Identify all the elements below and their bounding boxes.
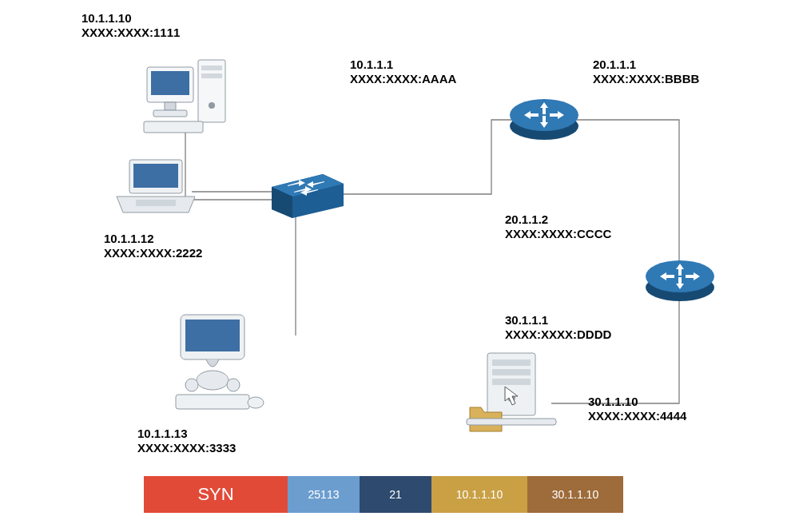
svg-rect-1 xyxy=(201,66,222,70)
ip: 20.1.1.2 xyxy=(505,212,548,226)
svg-point-14 xyxy=(197,371,229,390)
label-r1-lan: 10.1.1.1 XXXX:XXXX:AAAA xyxy=(350,58,456,86)
svg-rect-17 xyxy=(176,395,249,409)
packet-flag: SYN xyxy=(144,476,288,513)
ip: 30.1.1.10 xyxy=(588,395,638,408)
desktop-pc-1 xyxy=(142,56,238,139)
svg-rect-26 xyxy=(492,379,531,385)
svg-rect-8 xyxy=(144,121,203,133)
ip: 30.1.1.1 xyxy=(505,313,548,327)
label-r2-wan: 20.1.1.2 XXXX:XXXX:CCCC xyxy=(505,212,611,241)
svg-rect-24 xyxy=(492,359,531,366)
packet-dst-ip: 30.1.1.10 xyxy=(527,476,623,513)
packet-dst-port: 21 xyxy=(360,476,431,513)
svg-point-3 xyxy=(209,102,215,109)
mac: XXXX:XXXX:CCCC xyxy=(505,227,611,240)
svg-rect-6 xyxy=(165,102,176,110)
ip: 10.1.1.12 xyxy=(104,232,154,245)
packet-diagram: SYN 25113 21 10.1.1.10 30.1.1.10 xyxy=(144,476,623,513)
ip: 10.1.1.1 xyxy=(350,58,393,71)
packet-src-port: 25113 xyxy=(288,476,360,513)
mac: XXXX:XXXX:3333 xyxy=(137,441,236,455)
router-1 xyxy=(508,94,580,145)
packet-src-ip: 10.1.1.10 xyxy=(431,476,527,513)
router-2 xyxy=(644,256,716,307)
label-pc1: 10.1.1.10 XXXX:XXXX:1111 xyxy=(81,11,180,40)
mac: XXXX:XXXX:DDDD xyxy=(505,328,611,341)
laptop xyxy=(112,157,200,224)
ip: 10.1.1.13 xyxy=(137,427,188,440)
mac: XXXX:XXXX:BBBB xyxy=(593,72,699,85)
svg-rect-7 xyxy=(153,110,187,117)
svg-rect-10 xyxy=(133,164,178,188)
mac: XXXX:XXXX:4444 xyxy=(588,409,686,423)
label-pc2: 10.1.1.13 XXXX:XXXX:3333 xyxy=(137,427,236,455)
label-laptop: 10.1.1.12 XXXX:XXXX:2222 xyxy=(104,232,202,260)
svg-rect-2 xyxy=(201,73,222,78)
ip: 10.1.1.10 xyxy=(81,11,132,25)
desktop-pc-2 xyxy=(160,312,272,419)
svg-point-15 xyxy=(185,379,198,391)
svg-point-18 xyxy=(248,397,264,408)
svg-rect-28 xyxy=(467,419,556,425)
mac: XXXX:XXXX:1111 xyxy=(81,26,180,39)
svg-rect-13 xyxy=(185,320,240,351)
svg-rect-25 xyxy=(492,369,531,375)
ip: 20.1.1.1 xyxy=(593,58,636,71)
label-server: 30.1.1.10 XXXX:XXXX:4444 xyxy=(588,395,686,423)
svg-rect-5 xyxy=(151,71,189,95)
mac: XXXX:XXXX:AAAA xyxy=(350,72,456,85)
mac: XXXX:XXXX:2222 xyxy=(104,246,202,260)
switch xyxy=(272,174,344,221)
file-server xyxy=(462,351,558,443)
label-r1-wan: 20.1.1.1 XXXX:XXXX:BBBB xyxy=(593,58,699,86)
svg-rect-11 xyxy=(136,200,176,206)
label-r2-lan: 30.1.1.1 XXXX:XXXX:DDDD xyxy=(505,313,611,342)
svg-point-16 xyxy=(227,379,240,391)
